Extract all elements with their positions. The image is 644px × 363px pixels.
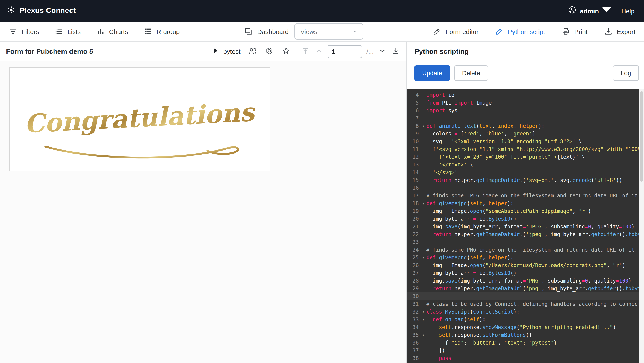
code-line[interactable]: 18▾def givemejpg(self, helper):: [407, 200, 644, 207]
line-number: 26: [407, 261, 420, 269]
favorite-button[interactable]: [282, 46, 291, 57]
delete-button[interactable]: Delete: [454, 65, 488, 81]
dashboard-button[interactable]: Dashboard: [244, 27, 289, 36]
structure-tools-button[interactable]: [265, 46, 274, 57]
code-line[interactable]: 39: [407, 362, 644, 363]
update-button[interactable]: Update: [414, 65, 450, 81]
share-users-button[interactable]: [248, 46, 257, 57]
code-line[interactable]: 7: [407, 114, 644, 122]
code-editor[interactable]: 4import io5from PIL import Image6import …: [407, 90, 644, 363]
code-line[interactable]: 25▾def givemepng(self, helper):: [407, 254, 644, 261]
caret-down-icon: [602, 6, 611, 16]
molecule-icon: [265, 46, 274, 57]
lists-button[interactable]: Lists: [54, 27, 81, 36]
code-text: return helper.getImageDataUrl('png', img…: [426, 285, 644, 292]
code-line[interactable]: 11 f'<svg version="1.1" xmlns="http://ww…: [407, 145, 644, 153]
fold-toggle-icon[interactable]: ▾: [420, 331, 426, 339]
line-number: 22: [407, 230, 420, 238]
code-line[interactable]: 14 '</svg>': [407, 169, 644, 176]
code-text: img_byte_arr = io.BytesIO(): [426, 215, 644, 223]
code-text: return helper.getImageDataUrl('jpeg', im…: [426, 230, 644, 238]
code-line[interactable]: 20 img_byte_arr = io.BytesIO(): [407, 215, 644, 223]
code-line[interactable]: 26 img = Image.open("/Users/kortusd/Down…: [407, 261, 644, 269]
brand[interactable]: Plexus Connect: [7, 6, 76, 16]
form-canvas: Congratulations: [0, 61, 406, 363]
topbar-right: admin Help: [568, 6, 634, 16]
log-button[interactable]: Log: [613, 65, 639, 81]
run-script-button[interactable]: pytest: [212, 47, 240, 56]
line-number: 28: [407, 277, 420, 285]
fold-gutter: [420, 169, 426, 176]
fold-gutter: [420, 145, 426, 153]
fold-toggle-icon[interactable]: ▾: [420, 122, 426, 130]
code-line[interactable]: 19 img = Image.open("someAbsolutePathToJ…: [407, 207, 644, 215]
code-line[interactable]: 32▾class MyScript(ConnectScript):: [407, 308, 644, 316]
fold-toggle-icon[interactable]: ▾: [420, 254, 426, 261]
code-line[interactable]: 13 '</text>' \: [407, 161, 644, 169]
code-line[interactable]: 6import sys: [407, 107, 644, 114]
python-script-button[interactable]: Python script: [495, 27, 545, 36]
code-text: img = Image.open("/Users/kortusd/Downloa…: [426, 261, 644, 269]
python-scripting-panel: Python scripting Update Delete Log 4impo…: [407, 42, 644, 363]
fold-gutter: [420, 176, 426, 184]
code-line[interactable]: 34 self.response.showMessage("Python scr…: [407, 323, 644, 331]
code-line[interactable]: 21 img.save(img_byte_arr, format='JPEG',…: [407, 223, 644, 230]
export-button[interactable]: Export: [604, 27, 636, 36]
code-line[interactable]: 4import io: [407, 91, 644, 99]
line-number: 27: [407, 269, 420, 277]
code-line[interactable]: 27 img_byte_arr = io.BytesIO(): [407, 269, 644, 277]
code-line[interactable]: 22 return helper.getImageDataUrl('jpeg',…: [407, 230, 644, 238]
views-select[interactable]: Views: [295, 23, 364, 40]
image-widget[interactable]: Congratulations: [10, 67, 270, 171]
code-line[interactable]: 37 ]): [407, 347, 644, 354]
page-total-label: /...: [366, 48, 374, 55]
code-line[interactable]: 12 f'<text x="20" y="100" fill="purple" …: [407, 153, 644, 161]
code-line[interactable]: 30: [407, 292, 644, 300]
code-line[interactable]: 24# finds some PNG image on the filesyst…: [407, 246, 644, 254]
code-line[interactable]: 28 img.save(img_byte_arr, format='PNG', …: [407, 277, 644, 285]
form-editor-button[interactable]: Form editor: [433, 27, 478, 36]
scroll-to-top-button[interactable]: [301, 46, 310, 57]
code-line[interactable]: 9 colors = ['red', 'blue', 'green']: [407, 130, 644, 138]
fold-gutter: [420, 347, 426, 354]
code-line[interactable]: 5from PIL import Image: [407, 99, 644, 107]
line-number: 16: [407, 184, 420, 192]
print-button[interactable]: Print: [562, 27, 588, 36]
next-record-button[interactable]: [378, 46, 387, 57]
code-line[interactable]: 29 return helper.getImageDataUrl('png', …: [407, 285, 644, 292]
fold-gutter: [420, 339, 426, 347]
line-number: 11: [407, 145, 420, 153]
code-line[interactable]: 16: [407, 184, 644, 192]
editor-scrollbar-thumb[interactable]: [640, 91, 643, 182]
previous-record-button[interactable]: [314, 46, 324, 57]
code-text: def animate_text(text, index, helper):: [426, 122, 644, 130]
rgroup-button[interactable]: R-group: [144, 27, 180, 36]
scroll-to-bottom-button[interactable]: [391, 46, 400, 57]
fold-gutter: [420, 277, 426, 285]
filters-button[interactable]: Filters: [8, 27, 39, 36]
code-line[interactable]: 38 pass: [407, 354, 644, 362]
line-number: 23: [407, 238, 420, 246]
fold-toggle-icon[interactable]: ▾: [420, 316, 426, 323]
code-line[interactable]: 17# finds some JPEG image on the filesys…: [407, 192, 644, 200]
line-number: 12: [407, 153, 420, 161]
code-line[interactable]: 8▾def animate_text(text, index, helper):: [407, 122, 644, 130]
code-line[interactable]: 33▾ def onLoad(self):: [407, 316, 644, 323]
code-line[interactable]: 23: [407, 238, 644, 246]
line-number: 39: [407, 362, 420, 363]
form-panel: Form for Pubchem demo 5 pytest: [0, 42, 406, 363]
page-number-input[interactable]: [328, 45, 362, 58]
code-line[interactable]: 31# class to be used by Connect, definin…: [407, 300, 644, 308]
code-line[interactable]: 36 { "id": "button1", "text": "pytest"}: [407, 339, 644, 347]
code-line[interactable]: 35▾ self.response.setFormButtons([: [407, 331, 644, 339]
pencil-icon: [495, 27, 504, 36]
code-line[interactable]: 15 return helper.getImageDataUrl('svg+xm…: [407, 176, 644, 184]
help-link[interactable]: Help: [621, 7, 634, 15]
fold-toggle-icon[interactable]: ▾: [420, 200, 426, 207]
code-line[interactable]: 10 svg = '<?xml version="1.0" encoding="…: [407, 138, 644, 145]
fold-toggle-icon[interactable]: ▾: [420, 308, 426, 316]
charts-button[interactable]: Charts: [96, 27, 128, 36]
user-menu[interactable]: admin: [568, 6, 611, 16]
editor-scrollbar[interactable]: [639, 90, 644, 363]
content-split: Form for Pubchem demo 5 pytest: [0, 42, 644, 363]
